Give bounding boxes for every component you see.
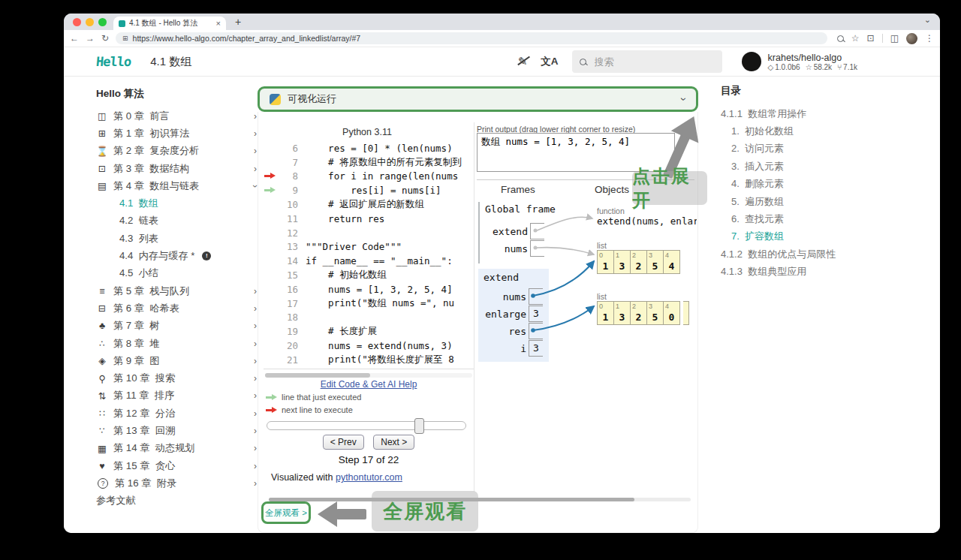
scrollbar-thumb[interactable] — [265, 373, 370, 378]
extensions-icon[interactable]: ⊡ — [867, 33, 875, 44]
sidebar-item[interactable]: ∵ 第 13 章 回溯 › — [96, 422, 261, 439]
search-box[interactable] — [572, 50, 722, 73]
code-line: 6 res = [0] * (len(nums) — [264, 141, 474, 155]
code-horizontal-scrollbar[interactable] — [265, 373, 472, 378]
step-counter: Step 17 of 22 — [258, 454, 480, 465]
search-input[interactable] — [593, 56, 715, 68]
sidebar-item[interactable]: 4.1 数组 › — [96, 194, 261, 212]
cell-index: 3 — [649, 251, 652, 259]
sidebar-item[interactable]: ? 第 16 章 附录 › — [96, 474, 261, 492]
toc-item[interactable]: 1. 初始化数组 — [721, 122, 908, 140]
toc-item[interactable]: 2. 访问元素 — [721, 140, 908, 158]
sidebar-item[interactable]: ⇅ 第 11 章 排序 › — [96, 387, 261, 405]
toc-item-label: 1. 初始化数组 — [721, 125, 794, 138]
side-panel-icon[interactable]: ◫ — [890, 33, 899, 44]
github-repo-link[interactable]: krahets/hello-algo ◇1.0.0b6 ☆58.2k ⑂7.1k — [742, 52, 857, 71]
sidebar-item[interactable]: 4.3 列表 › — [96, 230, 261, 247]
chevron-icon[interactable]: › — [254, 443, 257, 453]
viz-collapse-header[interactable]: 可视化运行 › — [258, 86, 698, 112]
chevron-icon[interactable]: › — [254, 128, 257, 139]
toc-item[interactable]: 4.1.3 数组典型应用 — [721, 263, 908, 281]
profile-avatar[interactable] — [906, 33, 917, 44]
code-line: 10 # 返回扩展后的新数组 — [264, 197, 474, 212]
toc-item[interactable]: 4.1.2 数组的优点与局限性 — [721, 245, 908, 263]
edit-disabled-icon[interactable]: ✎ — [518, 55, 528, 68]
sidebar-item[interactable]: ▤ 第 4 章 数组与链表 › — [96, 177, 261, 194]
chevron-icon[interactable]: › — [254, 390, 257, 401]
bookmark-star-icon[interactable]: ☆ — [851, 33, 860, 44]
forward-icon[interactable]: → — [86, 33, 95, 44]
slider-thumb[interactable] — [414, 418, 424, 434]
sidebar-item[interactable]: ∷ 第 12 章 分治 › — [96, 405, 261, 422]
code-area-divider — [264, 369, 474, 369]
translate-icon[interactable]: 文A — [541, 55, 558, 68]
toc-item[interactable]: 5. 遍历数组 — [721, 193, 908, 210]
tab-search-icon[interactable]: ⌄ — [924, 15, 931, 25]
toc-item[interactable]: 4. 删除元素 — [721, 176, 908, 193]
close-window-button[interactable] — [73, 18, 81, 26]
sidebar-item[interactable]: ∴ 第 8 章 堆 › — [96, 335, 261, 352]
chevron-icon[interactable]: › — [254, 339, 257, 349]
browser-tab[interactable]: 4.1 数组 - Hello 算法 × — [113, 17, 226, 30]
chevron-icon[interactable]: › — [254, 286, 257, 297]
sidebar-item[interactable]: ⊞ 第 1 章 初识算法 › — [96, 125, 261, 142]
toc-item[interactable]: 6. 查找元素 — [721, 210, 908, 227]
viz-header-label: 可视化运行 — [288, 92, 336, 106]
sidebar-item[interactable]: ≡ 第 5 章 栈与队列 › — [96, 282, 261, 300]
chevron-icon[interactable]: › — [254, 408, 257, 419]
sidebar-item[interactable]: ♥ 第 15 章 贪心 › — [96, 457, 261, 474]
chevron-icon[interactable]: › — [254, 461, 257, 471]
toc-item[interactable]: 4.1.1 数组常用操作 — [721, 105, 908, 122]
site-info-icon[interactable]: ⊞ — [122, 35, 128, 42]
column-divider — [474, 122, 474, 492]
github-repo-name: krahets/hello-algo — [768, 53, 857, 63]
chevron-icon[interactable]: › — [254, 478, 257, 489]
chevron-icon[interactable]: › — [254, 356, 257, 366]
address-field[interactable]: ⊞ https://www.hello-algo.com/chapter_arr… — [116, 32, 827, 44]
fullscreen-window-button[interactable] — [98, 18, 107, 26]
sidebar-item[interactable]: ⌛ 第 2 章 复杂度分析 › — [96, 143, 261, 160]
sidebar-item[interactable]: 4.4 内存与缓存 * ! › — [96, 247, 261, 264]
line-number: 6 — [276, 143, 298, 154]
step-slider[interactable] — [267, 421, 466, 430]
sidebar-item[interactable]: 4.2 链表 › — [96, 212, 261, 230]
search-icon — [580, 59, 586, 65]
line-number: 9 — [276, 185, 298, 196]
toc-item[interactable]: 7. 扩容数组 — [721, 228, 908, 245]
chevron-icon[interactable]: › — [254, 321, 257, 331]
chevron-icon[interactable]: › — [254, 426, 257, 436]
back-icon[interactable]: ← — [70, 33, 79, 44]
objects-area: function extend(nums, enlarg list 0 1 1 … — [597, 206, 697, 338]
chevron-down-icon[interactable]: › — [679, 98, 691, 101]
reload-icon[interactable]: ↻ — [101, 33, 109, 44]
var-ref-cell — [529, 323, 543, 339]
zoom-icon[interactable] — [837, 35, 844, 42]
chevron-icon[interactable]: › — [254, 164, 257, 174]
next-button[interactable]: Next > — [373, 435, 414, 450]
sidebar-item[interactable]: ⚲ 第 10 章 搜索 › — [96, 369, 261, 387]
sidebar-item[interactable]: ▦ 第 14 章 动态规划 › — [96, 440, 261, 457]
python-icon — [270, 94, 281, 105]
pythontutor-link[interactable]: pythontutor.com — [336, 472, 402, 483]
sidebar-item[interactable]: ◈ 第 9 章 图 › — [96, 352, 261, 369]
github-logo-icon — [742, 52, 761, 71]
chevron-icon[interactable]: › — [254, 146, 257, 156]
sidebar-item[interactable]: ⊡ 第 3 章 数据结构 › — [96, 160, 261, 177]
toc-item[interactable]: 3. 插入元素 — [721, 158, 908, 175]
minimize-window-button[interactable] — [86, 18, 94, 26]
prev-button[interactable]: < Prev — [323, 435, 364, 450]
fullscreen-link[interactable]: 全屏观看 > — [261, 501, 311, 524]
chevron-icon[interactable]: › — [254, 303, 257, 314]
new-tab-button[interactable]: + — [235, 16, 241, 28]
chevron-icon[interactable]: › — [254, 111, 257, 122]
sidebar-item[interactable]: ⊟ 第 6 章 哈希表 › — [96, 300, 261, 317]
sidebar-item[interactable]: 参考文献 › — [96, 492, 261, 510]
menu-dots-icon[interactable]: ⋮ — [925, 33, 934, 44]
sidebar-item[interactable]: ◫ 第 0 章 前言 › — [96, 107, 261, 125]
sidebar-item[interactable]: ♣ 第 7 章 树 › — [96, 318, 261, 335]
hello-algo-logo[interactable]: Hello — [95, 54, 131, 69]
close-tab-icon[interactable]: × — [216, 20, 221, 27]
edit-code-link[interactable]: Edit Code & Get AI Help — [258, 379, 480, 390]
chevron-icon[interactable]: › — [254, 373, 257, 384]
sidebar-item[interactable]: 4.5 小结 › — [96, 265, 261, 282]
